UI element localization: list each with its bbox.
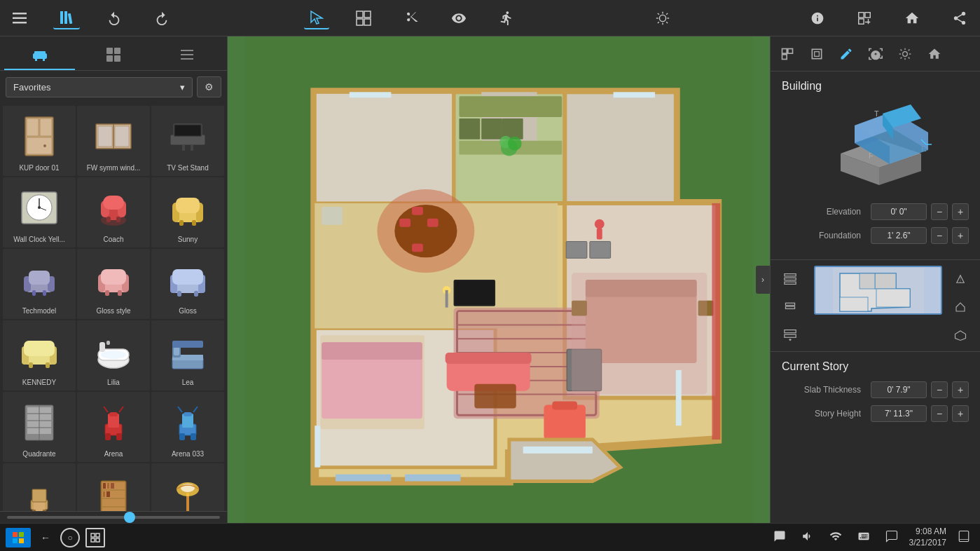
taskbar-time: 9:08 AM 3/21/2017 [909,526,946,548]
taskbar-chat-icon[interactable] [769,529,790,546]
foundation-minus[interactable]: − [931,227,948,244]
walk-tool[interactable] [493,8,520,29]
list-item[interactable]: Gloss [151,249,224,319]
floor-list-icon[interactable] [776,268,804,290]
elevation-label: Elevation [782,207,867,217]
taskbar-nav: ← [36,531,55,545]
item-label: Techmodel [22,307,56,315]
list-item[interactable]: Gloss style [77,249,150,319]
svg-rect-8 [364,11,371,18]
taskbar-notify-icon[interactable] [881,529,902,546]
svg-rect-198 [523,447,593,454]
menu-button[interactable] [7,10,32,27]
library-button[interactable] [53,7,80,29]
list-item[interactable]: Wall Clock Yell... [3,177,76,247]
right-tool-sun[interactable] [891,43,919,65]
list-item[interactable]: FW symm wind... [77,106,150,176]
item-label: FW symm wind... [87,164,141,172]
floor-plan-thumbnail[interactable] [814,266,942,315]
list-item[interactable]: Coach [77,177,150,247]
foundation-plus[interactable]: + [952,227,969,244]
elevation-plus[interactable]: + [952,203,969,220]
view-side-icon[interactable] [946,297,974,318]
view-tool[interactable] [446,8,472,29]
undo-button[interactable] [101,8,127,29]
sun-tool[interactable] [649,8,676,29]
foundation-input[interactable] [871,227,927,244]
tab-materials[interactable] [78,41,149,70]
list-item[interactable] [77,463,150,511]
tab-list[interactable] [152,41,223,70]
list-item[interactable]: KENNEDY [3,320,76,390]
elevation-row: Elevation − + [782,203,969,220]
right-tool-camera[interactable] [862,43,890,65]
item-thumbnail [14,182,64,233]
slab-thickness-minus[interactable]: − [931,381,948,398]
svg-rect-178 [459,118,480,140]
taskbar-keyboard-icon[interactable] [853,529,874,546]
view-up-icon[interactable] [946,268,974,290]
story-height-minus[interactable]: − [931,405,948,422]
list-item[interactable]: Arena 033 [151,392,224,462]
svg-rect-24 [34,51,46,54]
right-tool-home[interactable] [920,43,948,65]
list-item[interactable] [151,463,224,511]
slider-thumb[interactable] [124,512,135,523]
slab-thickness-input[interactable] [871,381,927,398]
svg-rect-65 [192,220,196,226]
apps-button[interactable] [85,528,105,547]
share-button[interactable] [946,8,973,29]
view-flat-icon[interactable] [946,325,974,346]
svg-rect-173 [572,273,707,394]
elevation-minus[interactable]: − [931,203,948,220]
floor-copy-icon[interactable] [776,297,804,318]
collapse-arrow[interactable]: › [756,266,770,294]
list-item[interactable]: Lilia [77,320,150,390]
taskbar-tablet-icon[interactable] [953,529,974,546]
home-circle-button[interactable]: ○ [60,528,80,547]
svg-rect-235 [785,303,794,305]
story-height-plus[interactable]: + [952,405,969,422]
taskbar-network-icon[interactable] [825,529,846,546]
list-item[interactable]: TV Set Stand [151,106,224,176]
item-thumbnail [163,254,213,304]
item-label: KUP door 01 [19,164,59,172]
redo-button[interactable] [149,8,175,29]
elevation-input[interactable] [871,203,927,220]
svg-point-11 [659,15,665,21]
svg-rect-81 [172,269,203,285]
svg-rect-154 [412,243,423,252]
tab-furniture[interactable] [4,41,75,70]
list-item[interactable]: Arena [77,392,150,462]
taskbar-volume-icon[interactable] [797,529,818,546]
back-button[interactable]: ← [36,531,55,545]
slab-thickness-plus[interactable]: + [952,381,969,398]
right-tool-walls[interactable] [773,43,801,65]
list-item[interactable]: Sunny [151,177,224,247]
right-tool-edit[interactable] [832,43,860,65]
list-item[interactable]: Techmodel [3,249,76,319]
list-item[interactable] [3,463,76,511]
list-item[interactable]: KUP door 01 [3,106,76,176]
item-thumbnail [14,254,64,304]
center-canvas[interactable]: › [228,36,770,523]
select-tool[interactable] [304,7,329,29]
home-button[interactable] [899,8,925,29]
settings-button[interactable]: ⚙ [197,76,221,97]
svg-rect-0 [13,13,27,15]
group-tool[interactable] [350,8,377,29]
info-button[interactable] [805,8,830,29]
start-button[interactable] [6,528,31,547]
svg-rect-21 [865,12,870,17]
floor-add-icon[interactable] [776,325,804,346]
right-tool-floor[interactable] [803,43,831,65]
favorites-dropdown[interactable]: Favorites ▾ [6,77,193,97]
svg-rect-115 [184,412,192,416]
slider-track[interactable] [7,516,220,519]
import-button[interactable] [851,8,878,29]
svg-rect-75 [101,269,126,285]
story-height-input[interactable] [871,405,927,422]
scissors-tool[interactable] [398,8,425,29]
list-item[interactable]: Quadrante [3,392,76,462]
list-item[interactable]: Lea [151,320,224,390]
